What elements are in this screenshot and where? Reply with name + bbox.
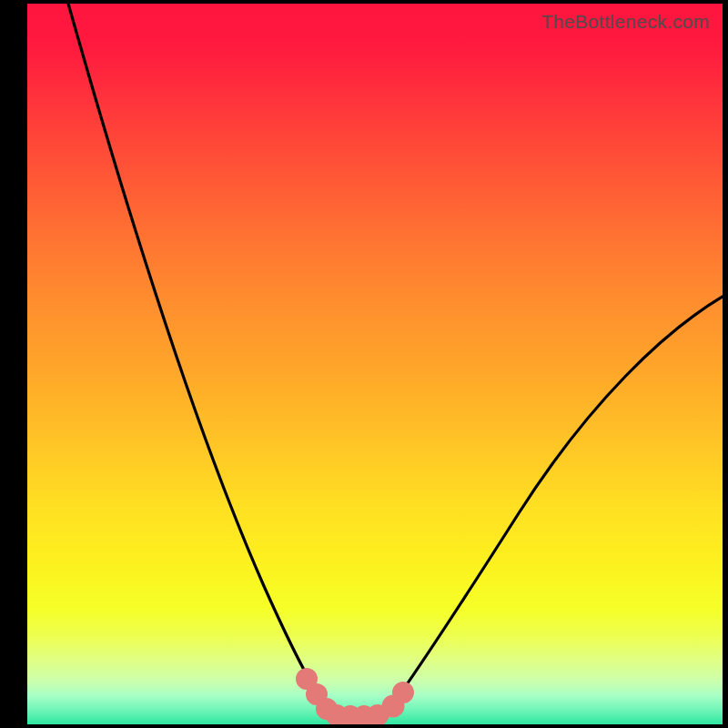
svg-point-9 bbox=[388, 701, 399, 713]
svg-point-10 bbox=[398, 687, 409, 698]
bottleneck-curve-svg bbox=[27, 4, 723, 724]
svg-point-8 bbox=[372, 710, 383, 721]
right-curve-path bbox=[388, 297, 723, 712]
chart-plot-area: TheBottleneck.com bbox=[27, 4, 723, 724]
left-curve-path bbox=[68, 4, 331, 713]
svg-point-1 bbox=[301, 673, 312, 684]
floor-dot-cluster bbox=[301, 673, 409, 722]
svg-point-2 bbox=[311, 689, 322, 700]
